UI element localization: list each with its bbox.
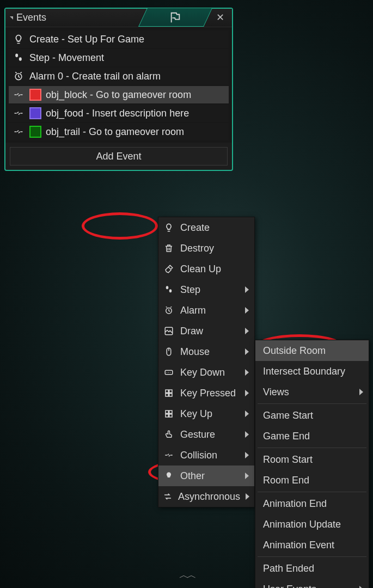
menu-item-label: Key Up xyxy=(180,408,212,420)
menu-separator xyxy=(258,556,366,557)
menu-item-key-pressed[interactable]: Key Pressed xyxy=(158,383,254,403)
menu-item-mouse[interactable]: Mouse xyxy=(158,341,254,362)
menu-item-collision[interactable]: Collision xyxy=(158,445,254,465)
event-row[interactable]: Alarm 0 - Create trail on alarm xyxy=(9,68,229,85)
menu-item-destroy[interactable]: Destroy xyxy=(158,238,254,259)
submenu-item-label: Animation Update xyxy=(263,519,341,530)
submenu-item-intersect-boundary[interactable]: Intersect Boundary xyxy=(255,361,369,382)
bulb-icon xyxy=(12,33,25,46)
menu-item-other[interactable]: Other xyxy=(158,465,254,486)
chevron-right-icon xyxy=(359,389,363,395)
close-icon[interactable]: ✕ xyxy=(213,11,227,24)
menu-item-step[interactable]: Step xyxy=(158,279,254,300)
svg-rect-9 xyxy=(166,390,168,393)
collision-icon xyxy=(12,125,25,138)
menu-separator xyxy=(258,403,366,404)
collision-icon xyxy=(12,107,25,120)
event-label: obj_trail - Go to gameover room xyxy=(46,126,184,138)
menu-item-label: Step xyxy=(180,284,200,296)
submenu-item-views[interactable]: Views xyxy=(255,382,369,402)
chevron-right-icon xyxy=(245,286,249,293)
event-label: Step - Movement xyxy=(29,52,104,64)
header-tab[interactable] xyxy=(138,8,212,27)
event-label: obj_food - Insert description here xyxy=(46,108,189,119)
submenu-item-animation-update[interactable]: Animation Update xyxy=(255,514,369,535)
event-label: Create - Set Up For Game xyxy=(29,34,144,45)
events-list: Create - Set Up For Game Step - Movement… xyxy=(5,27,232,143)
gesture-icon xyxy=(163,428,175,440)
submenu-item-animation-end[interactable]: Animation End xyxy=(255,493,369,514)
submenu-item-label: User Events xyxy=(263,584,316,589)
svg-point-0 xyxy=(15,54,18,58)
submenu-item-label: Views xyxy=(263,387,289,398)
menu-item-label: Asynchronous xyxy=(178,491,240,503)
submenu-item-path-ended[interactable]: Path Ended xyxy=(255,558,369,579)
event-row[interactable]: obj_trail - Go to gameover room xyxy=(9,123,229,140)
svg-rect-11 xyxy=(166,394,168,396)
submenu-item-label: Animation End xyxy=(263,498,327,510)
event-row[interactable]: obj_block - Go to gameover room xyxy=(9,86,229,103)
menu-item-alarm[interactable]: Alarm xyxy=(158,300,254,321)
chevron-right-icon xyxy=(245,411,249,417)
submenu-item-label: Room End xyxy=(263,475,309,486)
svg-point-3 xyxy=(166,286,169,289)
collision-icon xyxy=(12,88,25,101)
event-row[interactable]: Create - Set Up For Game xyxy=(9,30,229,48)
add-event-button[interactable]: Add Event xyxy=(10,147,228,166)
create-icon xyxy=(163,222,175,234)
chevron-right-icon xyxy=(359,586,363,588)
expand-chevrons-icon[interactable]: ︿︿ xyxy=(179,568,194,581)
submenu-item-game-end[interactable]: Game End xyxy=(255,426,369,446)
svg-point-4 xyxy=(169,289,172,292)
svg-rect-12 xyxy=(169,394,172,396)
menu-item-label: Other xyxy=(180,470,205,482)
menu-item-asynchronous[interactable]: Asynchronous xyxy=(158,486,254,507)
submenu-item-label: Outside Room xyxy=(263,345,326,357)
menu-item-draw[interactable]: Draw xyxy=(158,321,254,341)
clean-up-icon xyxy=(163,263,175,275)
submenu-item-label: Game Start xyxy=(263,410,313,421)
key-down-icon xyxy=(163,366,175,378)
panel-title: Events xyxy=(16,12,46,23)
submenu-item-game-start[interactable]: Game Start xyxy=(255,405,369,426)
collision-icon xyxy=(163,449,175,461)
menu-item-create[interactable]: Create xyxy=(158,217,254,238)
event-label: obj_block - Go to gameover room xyxy=(46,89,191,101)
other-icon xyxy=(163,470,175,482)
submenu-item-label: Intersect Boundary xyxy=(263,366,345,377)
asynchronous-icon xyxy=(163,491,173,503)
chevron-right-icon xyxy=(245,452,249,458)
menu-item-key-down[interactable]: Key Down xyxy=(158,362,254,383)
chevron-right-icon xyxy=(246,493,249,500)
event-label: Alarm 0 - Create trail on alarm xyxy=(29,71,161,82)
collapse-triangle-icon[interactable] xyxy=(10,16,13,20)
submenu-item-room-end[interactable]: Room End xyxy=(255,470,369,491)
chevron-right-icon xyxy=(245,431,249,438)
steps-icon xyxy=(12,51,25,64)
submenu-item-room-start[interactable]: Room Start xyxy=(255,449,369,470)
menu-item-label: Draw xyxy=(180,326,203,337)
menu-item-gesture[interactable]: Gesture xyxy=(158,424,254,445)
chevron-right-icon xyxy=(245,473,249,479)
menu-item-label: Key Down xyxy=(180,367,225,378)
add-event-menu: CreateDestroyClean UpStepAlarmDrawMouseK… xyxy=(158,217,255,507)
menu-item-key-up[interactable]: Key Up xyxy=(158,403,254,424)
panel-header: Events ✕ xyxy=(5,9,232,27)
svg-rect-13 xyxy=(166,411,168,413)
highlight-oval xyxy=(82,212,158,240)
submenu-item-animation-event[interactable]: Animation Event xyxy=(255,535,369,555)
svg-point-1 xyxy=(19,57,22,61)
submenu-item-outside-room[interactable]: Outside Room xyxy=(255,340,369,361)
add-event-label: Add Event xyxy=(96,151,141,162)
svg-rect-14 xyxy=(169,411,172,413)
alarm-clock-icon xyxy=(12,70,25,83)
color-swatch xyxy=(29,126,41,138)
submenu-item-user-events[interactable]: User Events xyxy=(255,579,369,588)
color-swatch xyxy=(29,107,41,119)
chevron-right-icon xyxy=(245,348,249,355)
chevron-right-icon xyxy=(245,390,249,396)
event-row[interactable]: Step - Movement xyxy=(9,49,229,66)
event-row[interactable]: obj_food - Insert description here xyxy=(9,105,229,122)
color-swatch xyxy=(29,89,41,101)
menu-item-clean-up[interactable]: Clean Up xyxy=(158,259,254,279)
